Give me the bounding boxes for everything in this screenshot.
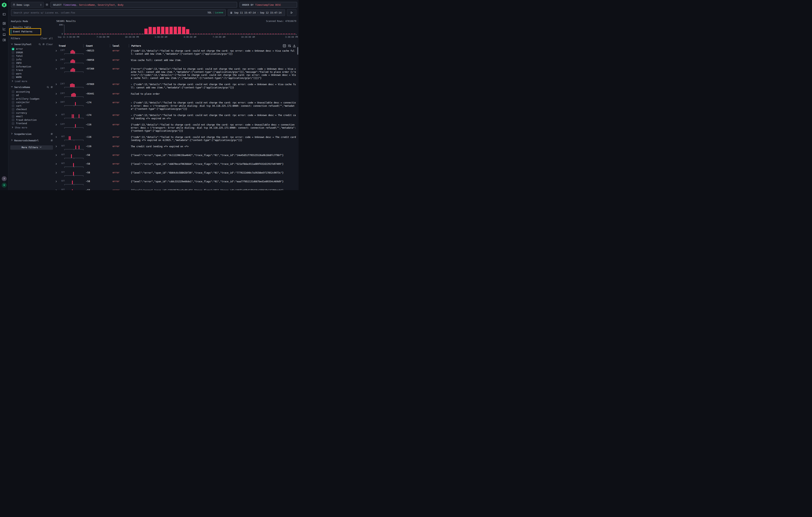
dashboards-icon[interactable] <box>2 38 6 42</box>
row-expand-chevron-icon[interactable] <box>55 189 59 190</box>
wrap-text-icon[interactable] <box>288 44 291 48</box>
time-range-picker[interactable]: Sep 11 15:47:14 - Sep 12 15:47:14 <box>228 9 285 16</box>
checkbox[interactable] <box>12 58 14 61</box>
filter-group-header[interactable]: ScopeVersion <box>11 133 53 136</box>
select-clause-input[interactable]: SELECT Timestamp, ServiceName, SeverityT… <box>51 2 237 8</box>
table-row[interactable]: 60~58error{"level":"error","span_id":"eb… <box>55 161 297 170</box>
table-row[interactable]: 180~174error×{"code":13,"details":"faile… <box>55 99 297 112</box>
filter-option-trace[interactable]: trace <box>11 68 53 72</box>
checkbox[interactable] <box>12 101 14 104</box>
table-row[interactable]: 22K~97360error{"error":{"code":13,"detai… <box>55 66 297 81</box>
pin-icon[interactable] <box>51 133 53 135</box>
search-logs-icon[interactable] <box>2 22 6 25</box>
chart-explorer-icon[interactable] <box>2 27 6 31</box>
histogram-plot[interactable] <box>64 25 296 34</box>
filter-group-header[interactable]: ResourceSchemaUrl <box>11 139 53 142</box>
search-icon[interactable] <box>47 86 49 88</box>
query-language-toggle[interactable]: SQL|Lucene <box>208 11 223 14</box>
checkbox[interactable] <box>12 105 14 107</box>
row-expand-chevron-icon[interactable] <box>55 171 59 174</box>
checkbox[interactable] <box>12 69 14 71</box>
row-expand-chevron-icon[interactable] <box>55 123 59 126</box>
hyperdx-logo-icon[interactable] <box>2 2 7 8</box>
checkbox[interactable] <box>12 73 14 75</box>
filter-option-cart[interactable]: cart <box>11 104 53 108</box>
row-expand-chevron-icon[interactable] <box>55 83 59 85</box>
checkbox[interactable] <box>12 51 14 54</box>
search-input[interactable] <box>13 11 206 14</box>
checkbox[interactable] <box>12 115 14 118</box>
checkbox[interactable] <box>12 122 14 125</box>
sidebar-toggle-icon[interactable] <box>2 12 6 16</box>
table-row[interactable]: 22K~98523error{"code":13,"details":"fail… <box>55 48 297 57</box>
table-row[interactable]: 22K~95441errorFailed to place order <box>55 91 297 99</box>
filter-option-warn[interactable]: WARN <box>11 76 53 79</box>
filter-option-checkout[interactable]: checkout <box>11 108 53 111</box>
sessions-icon[interactable] <box>2 33 6 36</box>
table-row[interactable]: 60~58error{"level":"error","span_id":"0c… <box>55 152 297 161</box>
search-icon[interactable] <box>38 43 41 46</box>
row-expand-chevron-icon[interactable] <box>55 58 59 61</box>
checkbox-checked[interactable] <box>12 48 14 50</box>
filter-option-email[interactable]: email <box>11 115 53 118</box>
row-expand-chevron-icon[interactable] <box>55 67 59 70</box>
filter-option-frontend[interactable]: frontend <box>11 122 53 125</box>
table-row[interactable]: 60~58error{"level":"error","span_id":"6b… <box>55 170 297 178</box>
filter-option-accounting[interactable]: accounting <box>11 90 53 94</box>
filter-option-ad[interactable]: ad <box>11 93 53 97</box>
checkbox[interactable] <box>12 108 14 111</box>
checkbox[interactable] <box>12 65 14 68</box>
filter-option-cainjector[interactable]: cainjector <box>11 100 53 104</box>
run-query-button[interactable] <box>287 9 296 16</box>
more-filters-button[interactable]: More filters <box>10 145 53 150</box>
source-select[interactable]: Demo Logs <box>11 2 44 8</box>
filter-option-fraud-detection[interactable]: fraud-detection <box>11 118 53 122</box>
download-icon[interactable] <box>293 44 296 48</box>
analysis-tab-results-table[interactable]: Results Table <box>11 25 53 30</box>
mode-lucene[interactable]: Lucene <box>215 11 223 14</box>
filter-option-information[interactable]: Information <box>11 65 53 68</box>
table-row[interactable]: 22K~97069error×{"code":13,"details":"fai… <box>55 81 297 91</box>
checkbox[interactable] <box>12 55 14 57</box>
row-expand-chevron-icon[interactable] <box>55 101 59 104</box>
checkbox[interactable] <box>12 76 14 79</box>
pin-icon[interactable] <box>51 86 53 88</box>
row-expand-chevron-icon[interactable] <box>55 145 59 147</box>
source-settings-gear-icon[interactable] <box>45 3 49 6</box>
table-row[interactable]: 60~174error×{"code":13,"details":"failed… <box>55 112 297 122</box>
mode-sql[interactable]: SQL <box>208 11 212 14</box>
filter-option-warn[interactable]: warn <box>11 72 53 76</box>
table-row[interactable]: 60~116error{"code":13,"details":"failed … <box>55 134 297 143</box>
row-expand-chevron-icon[interactable] <box>55 49 59 52</box>
filter-option-info[interactable]: INFO <box>11 61 53 65</box>
table-row[interactable]: 24K~98058errorVisa cache full: cannot ad… <box>55 57 297 66</box>
row-expand-chevron-icon[interactable] <box>55 92 59 95</box>
row-expand-chevron-icon[interactable] <box>55 180 59 182</box>
table-row[interactable]: 60~58error{"level":"error","span_id":"cd… <box>55 178 297 187</box>
filter-option-currency[interactable]: currency <box>11 111 53 115</box>
filter-option-artillery-loadgen[interactable]: artillery-loadgen <box>11 97 53 101</box>
checkbox[interactable] <box>12 112 14 114</box>
table-row[interactable]: 60~58error{"level":"error","span_id":"33… <box>55 187 297 190</box>
filter-option-error[interactable]: error <box>11 47 53 51</box>
pin-icon[interactable] <box>51 139 53 142</box>
filter-group-header[interactable]: SeverityTextClear <box>11 43 53 46</box>
code-view-icon[interactable] <box>283 44 286 48</box>
clear-all-filters-button[interactable]: Clear all <box>40 37 53 40</box>
pin-icon[interactable] <box>42 43 45 46</box>
checkbox[interactable] <box>12 119 14 121</box>
user-avatar[interactable]: U <box>2 183 7 188</box>
checkbox[interactable] <box>12 97 14 100</box>
row-expand-chevron-icon[interactable] <box>55 162 59 165</box>
load-more-button[interactable]: Load more <box>11 80 53 83</box>
filter-group-clear-button[interactable]: Clear <box>46 43 53 46</box>
row-expand-chevron-icon[interactable] <box>55 113 59 116</box>
row-expand-chevron-icon[interactable] <box>55 153 59 156</box>
filter-option-fatal[interactable]: fatal <box>11 54 53 58</box>
table-row[interactable]: 120~116error{"code":13,"details":"failed… <box>55 122 297 134</box>
table-row[interactable]: 60~116errorThe credit card (ending <*> e… <box>55 143 297 152</box>
filter-option-error[interactable]: ERROR <box>11 51 53 55</box>
row-expand-chevron-icon[interactable] <box>55 135 59 138</box>
scrollbar-thumb[interactable] <box>297 47 298 55</box>
load-more-button[interactable]: Show more <box>11 126 53 129</box>
